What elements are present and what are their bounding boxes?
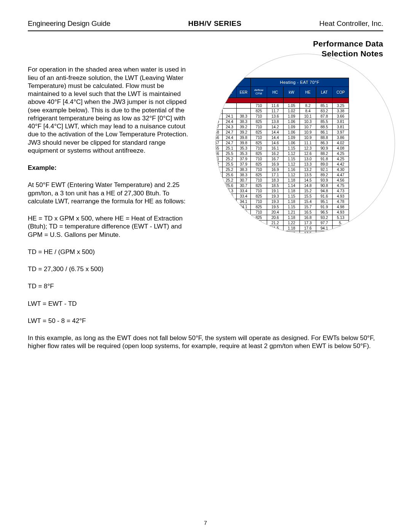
table-cell: 710 [251, 157, 267, 162]
table-cell: 15.4 [300, 199, 316, 204]
table-cell: 34.1 [237, 199, 251, 204]
table-cell: 8.2 [300, 103, 316, 109]
table-cell: 1.22 [284, 220, 300, 226]
table-cell: 8.4 [300, 109, 316, 114]
zoom-clip: Heating - EAT 70°FWHREERAirflowCFMHCkWHE… [216, 54, 395, 233]
table-cell: 1.15 [284, 157, 300, 162]
table-cell: 10.3 [300, 119, 316, 125]
table-cell: 1.09 [284, 125, 300, 130]
table-cell: 825 [251, 130, 267, 135]
table-cell: 28.6 [237, 220, 251, 226]
table-cell: 1.22 [284, 231, 300, 233]
table-cell: 4.30 [333, 167, 349, 173]
table-cell: 0.70 [216, 194, 223, 199]
table-cell: 1.06 [284, 119, 300, 125]
column-header: W [216, 87, 223, 98]
equation-td-formula: TD = HE / (GPM x 500) [28, 248, 190, 256]
table-cell: 14.2 [267, 125, 284, 130]
column-header: COP [333, 87, 349, 98]
table-cell: 825 [251, 226, 267, 231]
table-cell: 17.1 [267, 173, 284, 178]
table-cell: 38.3 [237, 114, 251, 119]
table-cell: 4.56 [333, 178, 349, 183]
table-cell: 13.6 [267, 114, 284, 119]
table-cell: 24.7 [223, 130, 237, 135]
table-cell: 86.3 [316, 141, 333, 146]
table-cell: 1.06 [284, 130, 300, 135]
header-center: HBH/V SERIES [188, 19, 242, 28]
table-cell: 3.25 [333, 103, 349, 109]
table-cell: 24.7 [223, 141, 237, 146]
page-header: Engineering Design Guide HBH/V SERIES He… [28, 19, 383, 28]
table-cell: 825 [251, 119, 267, 125]
example-label: Example: [28, 164, 190, 172]
table-cell: 35.3 [237, 151, 251, 157]
table-cell: 11.1 [300, 141, 316, 146]
table-cell: 39.2 [237, 125, 251, 130]
table-cell: 4.25 [333, 157, 349, 162]
recommended-row-cell [284, 98, 300, 103]
table-cell: 0.69 [216, 189, 223, 194]
table-cell: 12.3 [300, 146, 316, 151]
table-cell: 710 [251, 231, 267, 233]
table-cell: 1.16 [284, 167, 300, 173]
table-cell: 3.81 [333, 119, 349, 125]
table-cell: 18.5 [267, 183, 284, 189]
column-header: EER [237, 87, 251, 98]
header-rule [28, 30, 383, 31]
table-cell: 3.66 [333, 114, 349, 119]
table-cell: 38.3 [237, 119, 251, 125]
table-cell: 39.2 [237, 130, 251, 135]
table-cell: 39.8 [237, 141, 251, 146]
table-cell: 87.8 [316, 114, 333, 119]
table-cell: 4.75 [333, 183, 349, 189]
table-cell: 825 [251, 194, 267, 199]
table-cell: 19.1 [267, 189, 284, 194]
table-cell: 710 [251, 146, 267, 151]
equation-lwt-formula: LWT = EWT - TD [28, 300, 190, 308]
table-cell: 0.58 [216, 130, 223, 135]
table-cell: 0.68 [216, 204, 223, 210]
table-cell: 710 [251, 103, 267, 109]
recommended-row-cell [333, 98, 349, 103]
table-cell: 24.1 [223, 114, 237, 119]
table-cell: 91.6 [316, 194, 333, 199]
table-cell: 13.2 [300, 167, 316, 173]
table-cell: 91.8 [316, 157, 333, 162]
table-cell: 10.9 [300, 135, 316, 141]
page: Engineering Design Guide HBH/V SERIES He… [0, 0, 411, 532]
table-cell: 13.8 [267, 119, 284, 125]
table-cell: 88.5 [316, 125, 333, 130]
table-cell: 0.6 [216, 167, 223, 173]
table-cell: 4.42 [333, 162, 349, 167]
table-cell: 16.9 [267, 167, 284, 173]
table-header-blank [216, 78, 251, 87]
table-cell: 14.8 [300, 183, 316, 189]
table-cell: 29.4 [237, 231, 251, 233]
recommended-row-cell [267, 98, 284, 103]
table-cell: 1.12 [284, 151, 300, 157]
table-cell: 10.1 [300, 114, 316, 119]
table-cell: 1.09 [284, 135, 300, 141]
table-cell: 90.8 [316, 183, 333, 189]
equation-lwt-result: LWT = 50 - 8 = 42°F [28, 317, 190, 325]
table-cell: 93.2 [316, 215, 333, 220]
table-cell: 11.6 [267, 103, 284, 109]
table-cell: 1.18 [284, 199, 300, 204]
table-cell [216, 103, 223, 109]
table-cell: 4.93 [333, 210, 349, 215]
table-cell: 0.74 [216, 178, 223, 183]
heating-table: Heating - EAT 70°FWHREERAirflowCFMHCkWHE… [216, 78, 349, 233]
column-header: HR [223, 87, 237, 98]
table-cell: 17.3 [300, 220, 316, 226]
table-cell: 25.6 [223, 183, 237, 189]
table-cell: 39.8 [237, 135, 251, 141]
header-right: Heat Controller, Inc. [319, 19, 383, 28]
table-cell [216, 226, 223, 231]
recommended-row-label: nmended [216, 98, 267, 103]
table-cell: 25.3 [223, 189, 237, 194]
table-cell: 25.2 [223, 178, 237, 183]
column-header: HE [300, 87, 316, 98]
table-cell: 13.5 [300, 173, 316, 178]
table-cell [223, 103, 237, 109]
